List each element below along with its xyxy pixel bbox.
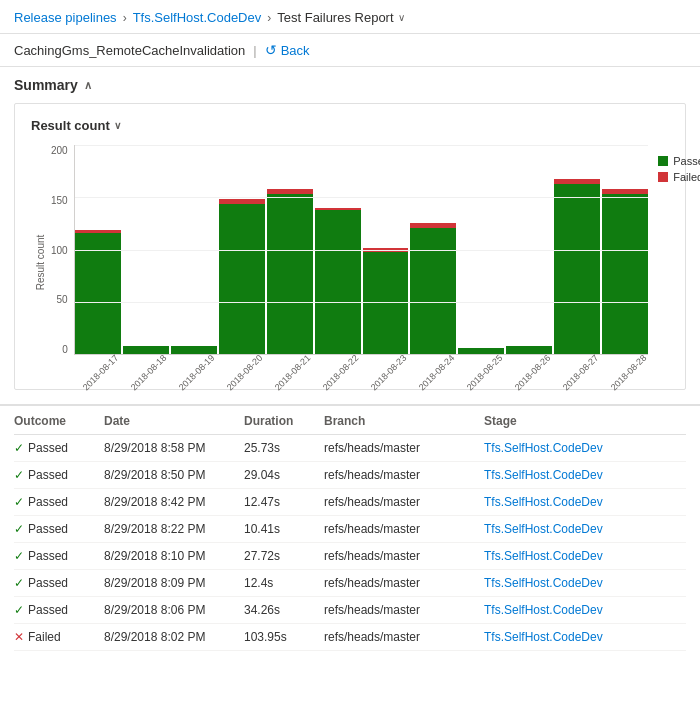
outcome-label: Failed — [28, 630, 61, 644]
bar-group[interactable] — [219, 199, 265, 354]
col-header-duration: Duration — [244, 414, 324, 428]
col-header-stage: Stage — [484, 414, 686, 428]
bar-group[interactable] — [75, 230, 121, 354]
x-axis-tick: 2018-08-18 — [128, 353, 168, 393]
bar-group[interactable] — [554, 179, 600, 354]
table-row[interactable]: ✓ Passed 8/29/2018 8:06 PM 34.26s refs/h… — [14, 597, 686, 624]
x-axis-tick: 2018-08-26 — [513, 353, 553, 393]
cell-stage[interactable]: Tfs.SelfHost.CodeDev — [484, 549, 686, 563]
cell-date: 8/29/2018 8:02 PM — [104, 630, 244, 644]
bar-passed — [267, 194, 313, 354]
cell-duration: 29.04s — [244, 468, 324, 482]
bar-group[interactable] — [267, 189, 313, 354]
y-axis-tick: 50 — [51, 294, 68, 305]
bar-passed — [219, 204, 265, 354]
pass-icon: ✓ — [14, 441, 24, 455]
cell-duration: 103.95s — [244, 630, 324, 644]
x-axis-tick: 2018-08-27 — [561, 353, 601, 393]
cell-branch: refs/heads/master — [324, 549, 484, 563]
cell-outcome: ✓ Passed — [14, 441, 104, 455]
breadcrumb-sep-1: › — [123, 11, 127, 25]
test-case-name: CachingGms_RemoteCacheInvalidation — [14, 43, 245, 58]
bar-passed — [315, 210, 361, 354]
cell-stage[interactable]: Tfs.SelfHost.CodeDev — [484, 522, 686, 536]
summary-section: Summary ∧ Result count ∨ Result count 20… — [0, 67, 700, 390]
pass-icon: ✓ — [14, 495, 24, 509]
cell-duration: 12.47s — [244, 495, 324, 509]
bars-area — [74, 145, 649, 355]
outcome-label: Passed — [28, 468, 68, 482]
cell-stage[interactable]: Tfs.SelfHost.CodeDev — [484, 468, 686, 482]
bar-group[interactable] — [315, 208, 361, 354]
outcome-label: Passed — [28, 603, 68, 617]
result-count-chart: Result count ∨ Result count 200150100500… — [14, 103, 686, 390]
bar-passed — [75, 233, 121, 354]
cell-stage[interactable]: Tfs.SelfHost.CodeDev — [484, 576, 686, 590]
x-axis-tick: 2018-08-24 — [417, 353, 457, 393]
bar-passed — [602, 194, 648, 354]
table-row[interactable]: ✕ Failed 8/29/2018 8:02 PM 103.95s refs/… — [14, 624, 686, 651]
back-label: Back — [281, 43, 310, 58]
y-axis: 200150100500 — [51, 145, 74, 355]
sub-header: CachingGms_RemoteCacheInvalidation | ↺ B… — [0, 34, 700, 67]
bar-passed — [554, 184, 600, 354]
table-row[interactable]: ✓ Passed 8/29/2018 8:50 PM 29.04s refs/h… — [14, 462, 686, 489]
cell-branch: refs/heads/master — [324, 522, 484, 536]
cell-outcome: ✓ Passed — [14, 603, 104, 617]
cell-stage[interactable]: Tfs.SelfHost.CodeDev — [484, 603, 686, 617]
cell-stage[interactable]: Tfs.SelfHost.CodeDev — [484, 495, 686, 509]
outcome-label: Passed — [28, 522, 68, 536]
breadcrumb-pipelines[interactable]: Release pipelines — [14, 10, 117, 25]
x-axis-tick: 2018-08-20 — [225, 353, 265, 393]
outcome-label: Passed — [28, 549, 68, 563]
cell-outcome: ✓ Passed — [14, 576, 104, 590]
cell-branch: refs/heads/master — [324, 441, 484, 455]
table-row[interactable]: ✓ Passed 8/29/2018 8:10 PM 27.72s refs/h… — [14, 543, 686, 570]
cell-duration: 12.4s — [244, 576, 324, 590]
legend-item: Failed — [658, 171, 700, 183]
bar-group[interactable] — [602, 189, 648, 354]
breadcrumb-dropdown-icon[interactable]: ∨ — [398, 12, 405, 23]
back-icon: ↺ — [265, 42, 277, 58]
outcome-label: Passed — [28, 495, 68, 509]
table-row[interactable]: ✓ Passed 8/29/2018 8:22 PM 10.41s refs/h… — [14, 516, 686, 543]
summary-header[interactable]: Summary ∧ — [14, 77, 686, 93]
cell-date: 8/29/2018 8:50 PM — [104, 468, 244, 482]
cell-branch: refs/heads/master — [324, 495, 484, 509]
outcome-label: Passed — [28, 576, 68, 590]
cell-outcome: ✓ Passed — [14, 495, 104, 509]
x-axis: 2018-08-172018-08-182018-08-192018-08-20… — [74, 359, 649, 379]
bar-group[interactable] — [410, 223, 456, 354]
cell-duration: 34.26s — [244, 603, 324, 617]
cell-stage[interactable]: Tfs.SelfHost.CodeDev — [484, 630, 686, 644]
table-header-row: Outcome Date Duration Branch Stage — [14, 406, 686, 435]
x-axis-tick: 2018-08-25 — [465, 353, 505, 393]
x-axis-tick: 2018-08-22 — [321, 353, 361, 393]
cell-stage[interactable]: Tfs.SelfHost.CodeDev — [484, 441, 686, 455]
sub-header-separator: | — [253, 43, 256, 58]
summary-chevron-icon: ∧ — [84, 79, 92, 92]
bars-area-container: 2018-08-172018-08-182018-08-192018-08-20… — [74, 145, 649, 379]
cell-date: 8/29/2018 8:58 PM — [104, 441, 244, 455]
cell-branch: refs/heads/master — [324, 468, 484, 482]
table-row[interactable]: ✓ Passed 8/29/2018 8:09 PM 12.4s refs/he… — [14, 570, 686, 597]
chart-title-label: Result count — [31, 118, 110, 133]
legend-color-dot — [658, 156, 668, 166]
col-header-branch: Branch — [324, 414, 484, 428]
cell-date: 8/29/2018 8:42 PM — [104, 495, 244, 509]
x-axis-tick: 2018-08-21 — [273, 353, 313, 393]
cell-duration: 10.41s — [244, 522, 324, 536]
bar-group[interactable] — [363, 248, 409, 354]
pass-icon: ✓ — [14, 468, 24, 482]
results-table: Outcome Date Duration Branch Stage ✓ Pas… — [0, 404, 700, 651]
legend-item: Passed — [658, 155, 700, 167]
y-axis-tick: 150 — [51, 195, 68, 206]
table-row[interactable]: ✓ Passed 8/29/2018 8:58 PM 25.73s refs/h… — [14, 435, 686, 462]
chart-title[interactable]: Result count ∨ — [31, 118, 669, 133]
cell-outcome: ✓ Passed — [14, 522, 104, 536]
cell-branch: refs/heads/master — [324, 603, 484, 617]
breadcrumb-pipeline-name[interactable]: Tfs.SelfHost.CodeDev — [133, 10, 262, 25]
cell-date: 8/29/2018 8:22 PM — [104, 522, 244, 536]
back-button[interactable]: ↺ Back — [265, 42, 310, 58]
table-row[interactable]: ✓ Passed 8/29/2018 8:42 PM 12.47s refs/h… — [14, 489, 686, 516]
